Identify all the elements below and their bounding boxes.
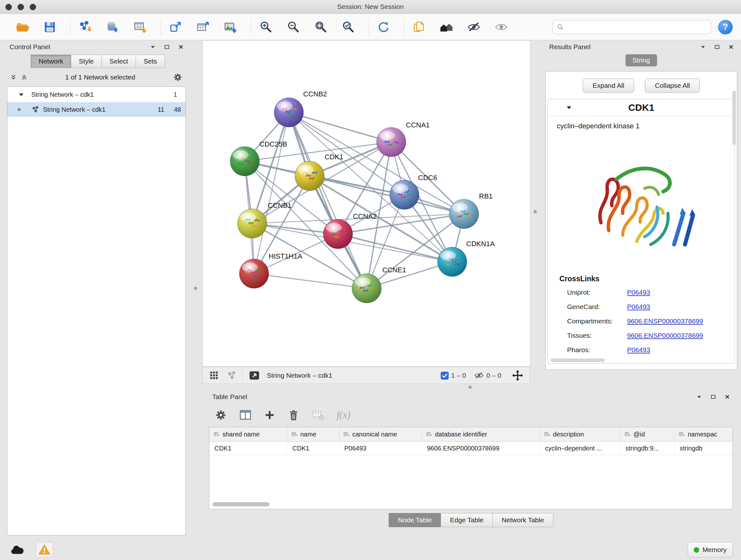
float-panel-icon[interactable] [164,44,170,50]
expand-all-button[interactable]: Expand All [583,78,634,92]
expand-all-networks-icon[interactable] [10,74,17,80]
delete-column-trash-icon[interactable] [287,409,300,421]
table-horizontal-scrollbar[interactable] [212,502,269,506]
column-header[interactable]: canonical name [339,427,422,441]
function-builder-fx-icon[interactable]: f(x) [337,409,350,421]
copy-button[interactable] [411,18,427,37]
crosslink-pharos-link[interactable]: P06493 [627,346,650,354]
network-collection-row[interactable]: String Network – cdk1 1 [7,87,185,102]
show-columns-icon[interactable] [239,409,252,422]
horizontal-splitter-handle[interactable] [468,386,472,389]
crosslink-uniprot-link[interactable]: P06493 [627,289,650,296]
tab-sets[interactable]: Sets [136,55,165,68]
crosslink-tissues-link[interactable]: 9606.ENSP00000378699 [627,332,703,339]
network-row-selected[interactable]: String Network – cdk1 11 48 [7,102,185,117]
cell-database-identifier[interactable]: 9606.ENSP00000378699 [422,442,540,455]
import-network-database-button[interactable] [105,18,121,37]
hide-selected-button[interactable] [466,18,482,37]
network-graph[interactable]: CCNB2CCNA1CDC25BCDK1CDC6RB1CCNB1CCNA2CDK… [203,41,530,366]
tab-network[interactable]: Network [30,55,71,68]
delete-table-icon[interactable] [312,409,325,422]
network-node-hist1h1a[interactable] [239,259,269,288]
node-label-ccne1: CCNE1 [382,266,406,274]
zoom-fit-button[interactable] [313,18,329,37]
zoom-out-button[interactable] [285,18,301,37]
collapse-panel-icon[interactable] [700,44,706,50]
network-node-cdk1[interactable] [295,161,324,191]
network-node-ccnb1[interactable] [238,209,267,238]
create-column-plus-icon[interactable] [264,409,275,421]
selected-checkbox-icon[interactable] [441,372,449,380]
close-panel-icon[interactable] [728,44,734,50]
crosslink-genecard-link[interactable]: P06493 [627,303,650,311]
export-table-button[interactable] [195,18,211,37]
open-folder-icon [16,20,29,34]
results-vertical-scrollbar[interactable] [732,91,736,145]
gene-header[interactable]: CDK1 [548,99,735,116]
birds-eye-grid-icon[interactable] [210,371,219,380]
network-options-gear-icon[interactable] [173,72,183,82]
zoom-in-button[interactable] [258,18,274,37]
warnings-button[interactable] [36,542,53,557]
import-network-file-button[interactable] [77,18,93,37]
search-box[interactable] [553,20,711,34]
crosslink-compartments-link[interactable]: 9606.ENSP00000378699 [627,317,703,325]
network-node-cdkn1a[interactable] [437,247,467,276]
open-session-button[interactable] [14,18,30,37]
tab-string[interactable]: String [625,54,657,66]
results-horizontal-scrollbar[interactable] [550,359,605,362]
save-session-button[interactable] [42,18,58,37]
network-edge[interactable] [289,112,391,142]
vertical-splitter-handle[interactable] [194,287,197,290]
column-header[interactable]: shared name [209,427,287,441]
help-button[interactable]: ? [718,20,733,35]
column-header[interactable]: database identifier [422,427,540,441]
pan-crosshair-icon[interactable] [512,370,523,381]
overview-windows-button[interactable] [438,18,455,37]
table-settings-gear-icon[interactable] [215,409,227,421]
cell-name[interactable]: CDK1 [287,442,339,455]
tab-node-table[interactable]: Node Table [389,513,441,527]
export-image-button[interactable] [222,18,239,37]
tree-caret-icon[interactable] [19,92,23,97]
cell-shared-name[interactable]: CDK1 [209,442,287,455]
network-node-rb1[interactable] [449,199,479,229]
network-selection-status: 1 of 1 Network selected [27,73,173,81]
cloud-status-button[interactable] [9,543,25,556]
search-input[interactable] [567,23,707,31]
network-share-icon[interactable] [227,371,236,380]
export-view-icon[interactable] [249,370,260,381]
tab-style[interactable]: Style [71,55,102,68]
collapse-panel-icon[interactable] [150,44,156,50]
vertical-splitter-handle[interactable] [534,210,537,213]
network-edge[interactable] [310,176,464,214]
network-view-canvas[interactable]: CCNB2CCNA1CDC25BCDK1CDC6RB1CCNB1CCNA2CDK… [202,40,530,367]
network-node-ccne1[interactable] [352,273,381,303]
tab-select[interactable]: Select [102,55,136,68]
network-node-ccna1[interactable] [377,127,406,157]
apply-layout-button[interactable] [375,18,392,37]
network-edge[interactable] [254,273,367,288]
cell-canonical-name[interactable]: P06493 [339,442,422,455]
gene-caret-icon[interactable] [566,105,571,110]
close-panel-icon[interactable] [178,44,184,50]
column-header[interactable]: name [287,427,339,441]
crosslinks-title: CrossLinks [559,274,735,283]
float-panel-icon[interactable] [714,44,720,50]
collapse-all-button[interactable]: Collapse All [645,78,700,92]
memory-button[interactable]: Memory [688,542,733,557]
hidden-eye-slash-icon[interactable] [474,371,484,380]
first-neighbors-button[interactable] [167,18,184,37]
show-all-button[interactable] [493,18,510,37]
node-highlight [232,150,249,159]
network-node-cdc25b[interactable] [230,146,259,176]
network-node-ccnb2[interactable] [274,98,304,127]
network-edge[interactable] [289,112,367,288]
import-table-file-button[interactable] [132,18,148,37]
collapse-all-networks-icon[interactable] [21,74,27,80]
network-edge[interactable] [254,112,289,273]
zoom-selected-button[interactable] [340,18,356,37]
tab-edge-table[interactable]: Edge Table [441,513,493,527]
network-node-ccna2[interactable] [323,219,353,249]
network-node-cdc6[interactable] [390,180,419,209]
